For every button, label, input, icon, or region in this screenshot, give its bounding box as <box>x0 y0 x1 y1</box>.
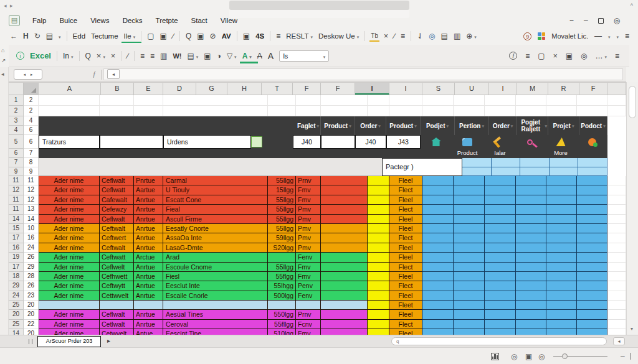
yellow-cell[interactable] <box>368 320 389 329</box>
table-row[interactable]: 14 14 Ader nime Ceflwalt Anrtue Ascull F… <box>9 215 626 224</box>
row-header[interactable]: 19 <box>9 253 24 262</box>
row-number-cell[interactable]: 20 <box>24 301 39 310</box>
history-icon[interactable] <box>23 32 29 40</box>
type-cell[interactable]: Anrtue <box>134 291 163 301</box>
vendor-cell[interactable]: Ceftwalt <box>100 243 134 253</box>
help-icon[interactable]: 9 <box>523 32 531 40</box>
description-cell[interactable]: Ascull Firme <box>163 215 268 224</box>
column-header[interactable]: S <box>422 83 455 95</box>
quantity-cell[interactable]: 59llgg <box>268 233 296 243</box>
blue-cell[interactable] <box>577 320 607 329</box>
fleet-cell[interactable]: Flect <box>389 205 422 214</box>
blue-cell[interactable] <box>492 158 521 167</box>
sheet-tab[interactable]: ArScuor Prder 203 <box>37 336 101 347</box>
empty-cell[interactable] <box>607 106 626 116</box>
merge-dropdown[interactable] <box>187 52 198 60</box>
blank-cell[interactable] <box>321 281 368 291</box>
column-header[interactable]: I <box>489 83 517 95</box>
filter-caret-icon[interactable] <box>572 122 574 129</box>
row-header[interactable]: 6 <box>9 149 24 158</box>
row-header[interactable]: 11 <box>9 195 24 205</box>
building-icon[interactable] <box>441 32 448 40</box>
column-header[interactable]: B <box>101 83 134 95</box>
vendor-cell[interactable]: Cafewalt <box>100 195 134 205</box>
table-row[interactable]: 14 20 Ader nime Cetwvelt Antue Eescint T… <box>9 329 626 335</box>
empty-cell[interactable] <box>321 106 368 116</box>
blue-cell[interactable] <box>485 291 516 301</box>
name-cell[interactable] <box>39 301 100 310</box>
empty-cell[interactable] <box>607 263 626 272</box>
row-number-cell[interactable]: 16 <box>24 233 39 243</box>
empty-cell[interactable] <box>296 95 321 106</box>
blue-cell[interactable] <box>516 291 546 301</box>
type-cell[interactable]: Antue <box>134 329 163 335</box>
blue-cell[interactable] <box>454 215 485 224</box>
collapse-ribbon-icon[interactable] <box>631 3 633 9</box>
yellow-cell[interactable] <box>368 224 389 233</box>
row-header[interactable]: 11 <box>9 205 24 214</box>
account-label[interactable]: Movalet Lic. <box>551 32 588 40</box>
yellow-cell[interactable] <box>368 281 389 291</box>
format-list-icon[interactable] <box>525 52 530 60</box>
strikethrough-icon[interactable]: A <box>257 52 262 60</box>
yellow-cell[interactable] <box>368 215 389 224</box>
table-row[interactable]: 17 29 Ader nime Ceflwelt Anrtue Escoule … <box>9 263 626 272</box>
type-cell[interactable]: Anrtue <box>134 195 163 205</box>
name-cell[interactable]: Ader nime <box>39 185 100 195</box>
menu-item[interactable]: Tretpte <box>156 17 178 24</box>
pane-collapse-icon[interactable] <box>1 71 4 77</box>
type-cell[interactable]: Anrtue <box>134 320 163 329</box>
band-value-cell[interactable]: J40 <box>355 135 386 149</box>
quantity-cell[interactable]: 55llgg <box>268 224 296 233</box>
yellow-cell[interactable] <box>368 243 389 253</box>
blank-cell[interactable] <box>321 205 368 214</box>
row-header[interactable]: 17 <box>9 263 24 272</box>
vendor-cell[interactable]: Ceflwalt <box>100 176 134 185</box>
row-number-cell[interactable]: 28 <box>24 272 39 281</box>
name-cell[interactable]: Ader nime <box>39 272 100 281</box>
blue-cell[interactable] <box>546 205 577 214</box>
band-value-cell[interactable]: J40 <box>293 135 321 149</box>
band-header[interactable]: Pertion <box>455 116 489 135</box>
history-back-icon[interactable] <box>4 2 9 9</box>
blue-cell[interactable] <box>516 233 546 243</box>
description-cell[interactable]: Escatt Cone <box>163 195 268 205</box>
yellow-cell[interactable] <box>368 301 389 310</box>
empty-cell[interactable] <box>268 106 296 116</box>
row-header[interactable]: 15 <box>9 224 24 233</box>
empty-cell[interactable]: 2 <box>24 95 39 106</box>
quantity-cell[interactable]: 55flgg <box>268 272 296 281</box>
blue-cell[interactable] <box>485 320 516 329</box>
yellow-cell[interactable] <box>368 253 389 262</box>
table-row[interactable]: 11 13 Ader nime Cefewzy Anrtue Fieal 55l… <box>9 205 626 214</box>
blue-cell[interactable] <box>485 215 516 224</box>
blue-cell[interactable] <box>422 243 454 253</box>
column-header[interactable]: H <box>227 83 262 95</box>
empty-cell[interactable] <box>607 224 626 233</box>
blue-cell[interactable] <box>422 301 454 310</box>
quantity-cell[interactable]: 55llgg <box>268 263 296 272</box>
vendor-cell[interactable]: Cettwvelt <box>100 291 134 301</box>
description-cell[interactable]: Ceroval <box>163 320 268 329</box>
blue-cell[interactable] <box>485 195 516 205</box>
table-row[interactable]: 29 26 Ader nime Ceftwytt Anrtue Eesclut … <box>9 281 626 291</box>
row-header[interactable]: 1 <box>9 95 24 106</box>
redo-icon[interactable] <box>34 32 40 40</box>
quantity-cell[interactable]: 55fllgg <box>268 320 296 329</box>
code-cell[interactable]: Pmv <box>296 205 321 214</box>
vendor-cell[interactable]: Ceflwatt <box>100 185 134 195</box>
type-cell[interactable]: Anrtue <box>134 215 163 224</box>
description-cell[interactable]: Fiesl <box>163 272 268 281</box>
home-shortcut-icon[interactable] <box>1 47 4 54</box>
band-header[interactable]: Projet <box>548 116 579 135</box>
traturs-cell[interactable]: Tratzurs <box>39 135 100 149</box>
empty-cell[interactable] <box>134 95 163 106</box>
blue-cell[interactable] <box>550 167 579 177</box>
blue-cell[interactable] <box>516 176 546 185</box>
blue-cell[interactable] <box>454 176 485 185</box>
description-cell[interactable]: Fieal <box>163 205 268 214</box>
vendor-cell[interactable]: Cetlwalt <box>100 320 134 329</box>
row-number-cell[interactable]: 23 <box>24 291 39 301</box>
empty-cell[interactable] <box>607 272 626 281</box>
row-number-cell[interactable]: 9 <box>24 167 39 176</box>
